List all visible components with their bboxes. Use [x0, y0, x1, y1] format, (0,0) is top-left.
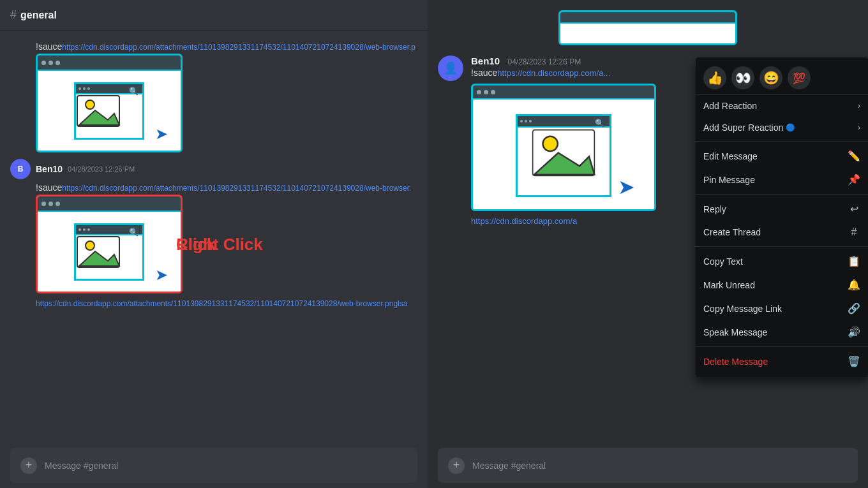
- mark-unread-label: Mark Unread: [703, 280, 755, 290]
- create-thread-item[interactable]: Create Thread #: [696, 221, 868, 244]
- left-panel: # general !saucehttps://cdn.discordapp.c…: [0, 0, 428, 488]
- message-group-2: B Ben10 04/28/2023 12:26 PM !saucehttps:…: [10, 159, 417, 309]
- pin-icon: 📌: [848, 174, 860, 186]
- message-group-1: !saucehttps://cdn.discordapp.com/attachm…: [10, 41, 417, 156]
- bottom-url[interactable]: https://cdn.discordapp.com/attachments/1…: [36, 299, 407, 308]
- speak-icon: 🔊: [848, 326, 860, 338]
- svg-point-1: [86, 100, 94, 109]
- browser-image-1: 🔍 ➤: [36, 54, 183, 152]
- sauce-text-1: !sauce: [36, 41, 62, 52]
- divider-4: [696, 346, 868, 347]
- browser-image-highlighted[interactable]: 🔍 ➤: [36, 195, 183, 293]
- mark-unread-icon: 🔔: [848, 279, 860, 291]
- emoji-100-button[interactable]: 💯: [788, 66, 811, 89]
- add-attachment-button[interactable]: +: [20, 457, 37, 474]
- edit-icon: ✏️: [848, 150, 860, 162]
- top-browser-image: [558, 10, 737, 45]
- context-menu: 👍 👀 😄 💯 Add Reaction › Add Super Reactio…: [696, 57, 868, 377]
- reply-item[interactable]: Reply ↩: [696, 197, 868, 221]
- search-icon-1: 🔍: [129, 87, 138, 96]
- svg-point-4: [86, 241, 94, 250]
- thread-icon: #: [848, 226, 860, 238]
- add-super-reaction-item[interactable]: Add Super Reaction 🔵 ›: [696, 117, 868, 138]
- emoji-thumbsup-button[interactable]: 👍: [703, 66, 726, 89]
- cursor-2: ➤: [155, 266, 168, 284]
- copy-link-icon: 🔗: [848, 302, 860, 314]
- add-super-reaction-label: Add Super Reaction: [703, 122, 783, 133]
- cursor-1: ➤: [155, 125, 168, 143]
- speak-message-label: Speak Message: [703, 327, 767, 337]
- copy-message-link-item[interactable]: Copy Message Link 🔗: [696, 297, 868, 320]
- right-browser-large: 🔍 ➤: [471, 84, 656, 211]
- right-panel: 👤 Ben10 04/28/2023 12:26 PM !saucehttps:…: [428, 0, 868, 488]
- edit-message-item[interactable]: Edit Message ✏️: [696, 144, 868, 168]
- channel-header: # general: [0, 0, 428, 31]
- create-thread-label: Create Thread: [703, 227, 761, 237]
- emoji-quick-row: 👍 👀 😄 💯: [696, 61, 868, 95]
- delete-message-label: Delete Message: [703, 357, 768, 367]
- add-super-reaction-chevron: ›: [858, 123, 860, 132]
- right-click-label-extra: Click: [176, 234, 216, 254]
- right-timestamp: 04/28/2023 12:26 PM: [507, 57, 581, 66]
- right-username: Ben10: [471, 55, 500, 66]
- reply-icon: ↩: [848, 203, 860, 215]
- timestamp-2: 04/28/2023 12:26 PM: [68, 165, 135, 173]
- copy-text-item[interactable]: Copy Text 📋: [696, 249, 868, 273]
- cursor-right: ➤: [618, 175, 635, 199]
- svg-point-7: [543, 137, 558, 151]
- edit-message-label: Edit Message: [703, 151, 758, 161]
- search-icon-2: 🔍: [129, 228, 138, 237]
- message-meta-2: B Ben10 04/28/2023 12:26 PM: [10, 159, 417, 179]
- copy-message-link-label: Copy Message Link: [703, 304, 782, 314]
- emoji-eyes-button[interactable]: 👀: [731, 66, 754, 89]
- add-reaction-chevron: ›: [858, 101, 860, 110]
- delete-icon: 🗑️: [848, 355, 860, 367]
- divider-2: [696, 194, 868, 195]
- left-message-input[interactable]: + Message #general: [10, 448, 417, 483]
- input-placeholder-right: Message #general: [472, 461, 546, 471]
- avatar-right: 👤: [438, 55, 463, 81]
- right-add-attachment-button[interactable]: +: [448, 457, 465, 474]
- input-placeholder-left: Message #general: [45, 461, 118, 471]
- username-2: Ben10: [36, 164, 63, 174]
- reply-label: Reply: [703, 204, 726, 214]
- right-message-input[interactable]: + Message #general: [438, 448, 858, 483]
- speak-message-item[interactable]: Speak Message 🔊: [696, 320, 868, 344]
- divider-1: [696, 141, 868, 142]
- add-reaction-item[interactable]: Add Reaction ›: [696, 95, 868, 117]
- channel-name: general: [20, 10, 57, 21]
- copy-text-label: Copy Text: [703, 256, 743, 267]
- avatar-2: B: [10, 159, 31, 179]
- divider-3: [696, 246, 868, 247]
- right-sauce-url[interactable]: https://cdn.discordapp.com/a...: [497, 68, 610, 78]
- messages-area: !saucehttps://cdn.discordapp.com/attachm…: [0, 31, 428, 443]
- mark-unread-item[interactable]: Mark Unread 🔔: [696, 273, 868, 297]
- hash-icon: #: [10, 8, 17, 22]
- message-url-1[interactable]: https://cdn.discordapp.com/attachments/1…: [62, 43, 415, 52]
- pin-message-item[interactable]: Pin Message 📌: [696, 168, 868, 191]
- emoji-grin-button[interactable]: 😄: [760, 66, 782, 89]
- super-reaction-icon: 🔵: [786, 123, 795, 132]
- right-cdn-link[interactable]: https://cdn.discordapp.com/a: [471, 216, 577, 226]
- top-browser-container: [438, 10, 858, 45]
- copy-text-icon: 📋: [848, 255, 860, 267]
- delete-message-item[interactable]: Delete Message 🗑️: [696, 350, 868, 373]
- pin-message-label: Pin Message: [703, 175, 755, 185]
- message-url-2[interactable]: https://cdn.discordapp.com/attachments/1…: [62, 184, 411, 193]
- add-reaction-label: Add Reaction: [703, 101, 757, 111]
